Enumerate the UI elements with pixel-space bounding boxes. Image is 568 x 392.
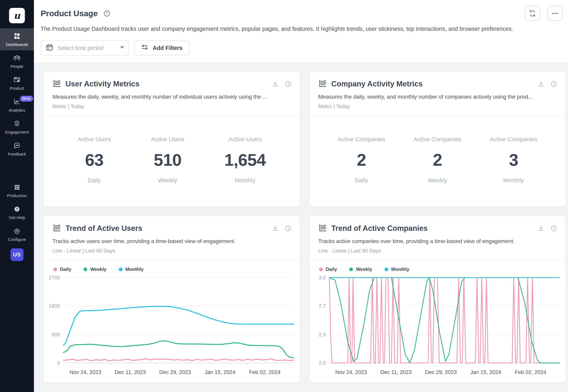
svg-text:2.3: 2.3 [319,332,326,337]
dashboards-icon [13,32,21,40]
main-area: Product Usage ? [34,0,568,392]
page-header: Product Usage ? [34,0,568,63]
sidebar: u Dashboards People [0,0,34,392]
download-icon[interactable] [272,225,279,232]
trend-of-active-users-card: Trend of Active Users [44,216,300,383]
gear-icon [13,227,21,235]
wavy-chart-icon [53,79,61,89]
svg-text:2.7: 2.7 [319,303,326,309]
svg-text:Nov 24, 2023: Nov 24, 2023 [335,369,367,375]
history-clock-icon[interactable] [550,80,557,88]
help-icon[interactable]: ? [103,9,111,17]
card-description: Tracks active users over time, providing… [53,238,292,244]
app-logo-letter: u [14,10,20,21]
sidebar-item-get-help[interactable]: ? Get Help [0,201,34,223]
stat-value: 2 [433,151,442,168]
card-meta: Line - Linear | Last 90 Days [53,248,292,254]
app-logo[interactable]: u [9,8,25,23]
card-description: Tracks active companies over time, provi… [318,238,557,244]
stat-label: Active Users [228,136,262,143]
feedback-icon [13,142,21,150]
active-users-trend-chart[interactable]: 090018002700Nov 24, 2023Dec 11, 2023Dec … [47,274,296,377]
sidebar-item-label: Dashboards [6,42,28,47]
sidebar-item-configure[interactable]: Configure [0,223,34,245]
svg-text:Nov 24, 2023: Nov 24, 2023 [69,369,101,375]
stat-value: 63 [85,151,104,168]
more-options-button[interactable] [547,6,563,21]
card-title: Company Activity Metrics [331,80,423,88]
svg-text:Feb 02, 2024: Feb 02, 2024 [515,369,546,375]
sidebar-item-engagement[interactable]: Engagement [0,116,34,138]
stat-label: Active Companies [490,136,537,143]
sidebar-item-label: Get Help [9,215,25,220]
svg-text:Dec 29, 2023: Dec 29, 2023 [425,369,457,375]
card-meta: Metric | Today [318,103,557,110]
svg-text:?: ? [106,12,108,15]
people-icon [13,54,21,62]
active-companies-trend-chart[interactable]: 2.02.32.73.0Nov 24, 2023Dec 11, 2023Dec … [313,274,562,377]
download-icon[interactable] [272,80,279,88]
download-icon[interactable] [537,80,545,88]
stat-daily: Active Companies 2 Daily [338,136,385,184]
sidebar-item-production[interactable]: Production [0,180,34,201]
card-title: Trend of Active Users [66,224,142,233]
chevron-down-icon [120,46,124,50]
sliders-icon [141,43,149,53]
stat-daily: Active Users 63 Daily [78,136,111,184]
legend-item-daily[interactable]: Daily [319,266,337,272]
sidebar-item-label: People [11,64,23,69]
legend-dot [119,267,123,271]
calendar-icon [45,43,54,53]
history-clock-icon[interactable] [285,80,292,88]
stat-monthly: Active Companies 3 Monthly [490,136,537,184]
download-icon[interactable] [537,225,545,232]
sidebar-item-dashboards[interactable]: Dashboards [0,28,34,50]
legend-item-monthly[interactable]: Monthly [119,266,144,272]
engagement-icon [13,120,21,128]
company-activity-metrics-card: Company Activity Metrics [309,71,566,207]
add-filters-button[interactable]: Add Filters [134,41,189,56]
card-title: Trend of Active Companies [331,224,428,233]
production-grid-icon [13,183,21,191]
legend-item-weekly[interactable]: Weekly [349,266,372,272]
user-avatar[interactable]: US [11,248,24,261]
stat-weekly: Active Companies 2 Weekly [414,136,461,184]
wavy-chart-icon [318,224,327,233]
legend-item-weekly[interactable]: Weekly [83,266,106,272]
svg-text:0: 0 [57,360,60,366]
stat-weekly: Active Users 510 Weekly [151,136,184,184]
legend-dot [319,267,323,271]
legend-item-daily[interactable]: Daily [53,266,71,272]
sidebar-item-analytics[interactable]: Beta Analytics [0,94,34,116]
legend-dot [385,267,388,271]
sidebar-item-people[interactable]: People [0,50,34,72]
card-meta: Metric | Today [53,103,292,110]
history-clock-icon[interactable] [285,225,292,232]
stats-row: Active Companies 2 Daily Active Companie… [310,116,566,207]
dashboard-content: User Activity Metrics [34,63,568,383]
stat-monthly: Active Users 1,654 Monthly [224,136,266,184]
legend-item-monthly[interactable]: Monthly [385,266,409,272]
sidebar-item-label: Feedback [8,152,26,156]
stat-value: 1,654 [224,151,266,168]
sidebar-item-label: Analytics [9,108,25,113]
sidebar-item-label: Product [10,86,24,91]
stat-period: Monthly [235,177,255,184]
svg-text:Feb 02, 2024: Feb 02, 2024 [249,369,280,375]
stat-label: Active Users [78,136,111,143]
card-description: Measures the daily, weekly, and monthly … [53,94,292,100]
stat-period: Daily [355,177,368,184]
refresh-button[interactable] [525,6,540,21]
stat-period: Monthly [503,177,524,184]
sidebar-item-label: Production [7,193,27,198]
page-description: The Product Usage Dashboard tracks user … [41,26,563,32]
page-title: Product Usage [41,9,98,18]
time-period-select[interactable]: Select time period [41,41,129,56]
sidebar-item-product[interactable]: Product [0,72,34,94]
stat-label: Active Users [151,136,184,143]
history-clock-icon[interactable] [550,225,557,232]
stat-value: 510 [154,151,181,168]
svg-text:1800: 1800 [49,303,60,309]
sidebar-item-feedback[interactable]: Feedback [0,138,34,160]
chart-legend: Daily Weekly Monthly [44,260,300,273]
